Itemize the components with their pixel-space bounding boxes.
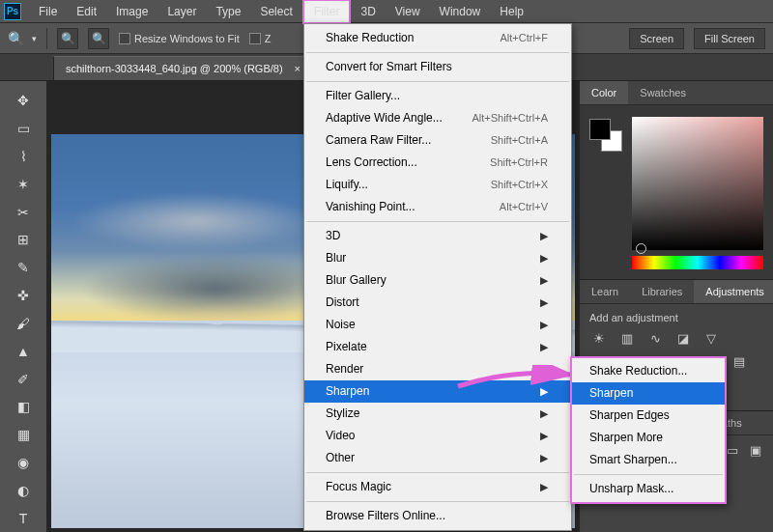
resize-windows-checkbox[interactable]: Resize Windows to Fit <box>119 33 240 44</box>
separator <box>46 28 47 49</box>
lasso-tool[interactable]: ⌇ <box>9 145 38 169</box>
menu-label: Blur Gallery <box>326 272 386 289</box>
filter-last-used[interactable]: Shake Reduction Alt+Ctrl+F <box>304 27 571 49</box>
menu-window[interactable]: Window <box>430 1 491 22</box>
brush-tool[interactable]: 🖌 <box>9 312 38 336</box>
fg-bg-swatch[interactable] <box>589 119 622 152</box>
filter-category-pixelate[interactable]: Pixelate▶ <box>304 336 571 358</box>
filter-smart-icon[interactable]: ▣ <box>748 441 763 459</box>
submenu-smart-sharpen[interactable]: Smart Sharpen... <box>572 449 725 471</box>
eraser-tool[interactable]: ◧ <box>9 395 38 419</box>
menu-type[interactable]: Type <box>206 1 250 22</box>
type-tool[interactable]: T <box>9 506 38 530</box>
foreground-color-swatch[interactable] <box>589 119 611 140</box>
menu-label: Browse Filters Online... <box>326 508 445 524</box>
menu-file[interactable]: File <box>29 1 67 22</box>
submenu-arrow-icon: ▶ <box>540 339 548 355</box>
menu-label: Video <box>326 428 355 444</box>
move-tool[interactable]: ✥ <box>9 89 38 113</box>
filter-browse-online[interactable]: Browse Filters Online... <box>304 505 571 527</box>
brightness-icon[interactable]: ☀ <box>589 329 609 347</box>
exposure-icon[interactable]: ◪ <box>673 329 693 347</box>
filter-category-stylize[interactable]: Stylize▶ <box>304 403 571 425</box>
filter-item[interactable]: Lens Correction...Shift+Ctrl+R <box>304 152 571 174</box>
filter-item[interactable]: Adaptive Wide Angle...Alt+Shift+Ctrl+A <box>304 107 571 129</box>
tab-learn[interactable]: Learn <box>580 280 630 303</box>
menu-label: Convert for Smart Filters <box>326 59 452 75</box>
color-field[interactable] <box>632 117 763 250</box>
submenu-shake-reduction[interactable]: Shake Reduction... <box>572 360 725 382</box>
filter-item[interactable]: Vanishing Point...Alt+Ctrl+V <box>304 196 571 218</box>
fit-screen-button[interactable]: Screen <box>629 28 684 49</box>
filter-item[interactable]: Filter Gallery... <box>304 85 571 107</box>
chevron-down-icon: ▾ <box>32 34 37 43</box>
menu-select[interactable]: Select <box>250 1 301 22</box>
color-panel <box>580 105 773 279</box>
zoom-all-checkbox[interactable]: Z <box>249 33 272 44</box>
stamp-tool[interactable]: ▲ <box>9 339 38 363</box>
filter-item[interactable]: Camera Raw Filter...Shift+Ctrl+A <box>304 129 571 152</box>
menu-edit[interactable]: Edit <box>67 1 106 22</box>
submenu-arrow-icon: ▶ <box>540 294 548 311</box>
fill-screen-button[interactable]: Fill Screen <box>694 28 765 49</box>
tab-adjustments[interactable]: Adjustments <box>694 280 773 303</box>
filter-item[interactable]: Liquify...Shift+Ctrl+X <box>304 174 571 196</box>
filter-category-sharpen[interactable]: Sharpen▶ <box>304 380 571 403</box>
menu-view[interactable]: View <box>386 1 430 22</box>
document-tab[interactable]: schilthorn-3033448_640.jpg @ 200% (RGB/8… <box>53 56 316 80</box>
crop-tool[interactable]: ✂ <box>9 200 38 224</box>
menu-shortcut: Shift+Ctrl+X <box>491 177 548 193</box>
close-icon[interactable]: × <box>292 63 303 74</box>
filter-focus-magic[interactable]: Focus Magic ▶ <box>304 476 571 498</box>
curves-icon[interactable]: ∿ <box>645 329 665 347</box>
submenu-unsharp-mask[interactable]: Unsharp Mask... <box>572 478 725 500</box>
menu-image[interactable]: Image <box>106 1 157 22</box>
healing-tool[interactable]: ✜ <box>9 284 38 308</box>
menu-filter[interactable]: Filter <box>302 0 352 24</box>
frame-tool[interactable]: ⊞ <box>9 228 38 252</box>
tab-color[interactable]: Color <box>580 81 628 104</box>
menu-label: Filter Gallery... <box>326 88 400 104</box>
menu-layer[interactable]: Layer <box>157 1 206 22</box>
menu-label: Vanishing Point... <box>326 199 415 215</box>
filter-category-distort[interactable]: Distort▶ <box>304 292 571 314</box>
filter-category-other[interactable]: Other▶ <box>304 447 571 469</box>
submenu-arrow-icon: ▶ <box>540 479 548 495</box>
filter-category-noise[interactable]: Noise▶ <box>304 314 571 336</box>
separator <box>306 501 569 502</box>
menu-label: Stylize <box>326 406 359 422</box>
filter-category-blur-gallery[interactable]: Blur Gallery▶ <box>304 269 571 292</box>
blur-tool[interactable]: ◉ <box>9 451 38 475</box>
submenu-arrow-icon: ▶ <box>540 450 548 466</box>
eyedropper-tool[interactable]: ✎ <box>9 256 38 280</box>
hue-slider[interactable] <box>632 256 763 269</box>
history-brush-tool[interactable]: ✐ <box>9 367 38 391</box>
menu-3d[interactable]: 3D <box>351 1 385 22</box>
menu-label: Adaptive Wide Angle... <box>326 110 443 126</box>
tool-preset-picker[interactable]: 🔍 ▾ <box>8 31 37 46</box>
tab-libraries[interactable]: Libraries <box>630 280 694 303</box>
submenu-arrow-icon: ▶ <box>540 228 548 244</box>
gradient-tool[interactable]: ▦ <box>9 423 38 447</box>
levels-icon[interactable]: ▥ <box>617 329 637 347</box>
vibrance-icon[interactable]: ▽ <box>701 329 721 347</box>
zoom-out-button[interactable]: 🔍 <box>88 28 109 49</box>
checkbox-icon <box>249 33 261 44</box>
submenu-sharpen-more[interactable]: Sharpen More <box>572 427 725 449</box>
filter-convert-smart[interactable]: Convert for Smart Filters <box>304 56 571 78</box>
filter-category-video[interactable]: Video▶ <box>304 425 571 447</box>
tab-swatches[interactable]: Swatches <box>628 81 698 104</box>
filter-category-3d[interactable]: 3D▶ <box>304 225 571 247</box>
submenu-sharpen-edges[interactable]: Sharpen Edges <box>572 405 725 427</box>
zoom-in-button[interactable]: 🔍 <box>57 28 78 49</box>
filter-category-blur[interactable]: Blur▶ <box>304 247 571 269</box>
lookup-icon[interactable]: ▤ <box>730 352 749 370</box>
submenu-sharpen[interactable]: Sharpen <box>572 382 725 405</box>
filter-shape-icon[interactable]: ▭ <box>725 441 740 459</box>
menu-label: 3D <box>326 228 340 244</box>
menu-help[interactable]: Help <box>490 1 533 22</box>
quick-select-tool[interactable]: ✶ <box>9 172 38 196</box>
marquee-tool[interactable]: ▭ <box>9 117 38 141</box>
filter-category-render[interactable]: Render▶ <box>304 358 571 380</box>
dodge-tool[interactable]: ◐ <box>9 478 38 502</box>
